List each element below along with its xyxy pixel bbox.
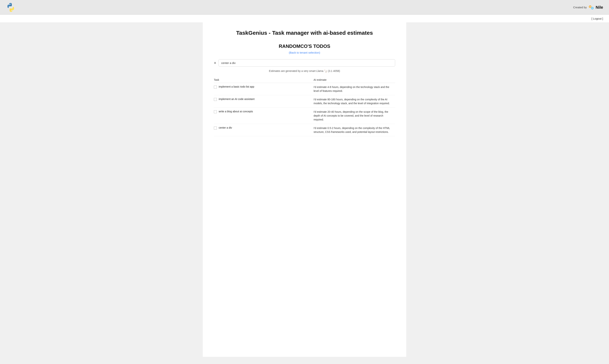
col-task-header: Task <box>214 77 314 83</box>
task-cell-1: implement an AI code assistant <box>214 95 314 108</box>
created-by-label: Created by <box>573 6 587 9</box>
table-row: implement an AI code assistant I'd estim… <box>214 95 395 108</box>
estimate-cell-3: I'd estimate 0.5-2 hours, depending on t… <box>314 124 395 136</box>
task-text-0: implement a basic todo list app <box>219 85 254 88</box>
estimate-text-2: I'd estimate 20-40 hours, depending on t… <box>314 110 388 121</box>
estimates-note: Estimates are generated by a very smart … <box>214 69 395 72</box>
task-checkbox-0[interactable] <box>214 86 217 89</box>
nile-header-icon <box>588 4 594 10</box>
task-checkbox-2[interactable] <box>214 110 217 113</box>
estimate-text-1: I'd estimate 80-160 hours, depending on … <box>314 98 390 105</box>
task-text-1: implement an AI code assistant <box>219 98 255 101</box>
python-logo-icon <box>6 3 15 12</box>
svg-point-3 <box>592 7 593 9</box>
logo-area <box>6 3 15 12</box>
main-content: TaskGenius - Task manager with ai-based … <box>203 22 406 357</box>
col-estimate-header: AI estimate <box>314 77 395 83</box>
table-row: center a div I'd estimate 0.5-2 hours, d… <box>214 124 395 136</box>
task-text-3: center a div <box>219 126 232 129</box>
task-cell-0: implement a basic todo list app <box>214 83 314 95</box>
add-task-input[interactable] <box>219 59 395 66</box>
todos-section: RANDOMCO'S TODOS (Back to tenant selecti… <box>214 43 395 136</box>
tasks-table: Task AI estimate implement a basic todo … <box>214 77 395 136</box>
logout-button[interactable]: [ Logout ] <box>591 17 603 20</box>
estimate-cell-1: I'd estimate 80-160 hours, depending on … <box>314 95 395 108</box>
estimate-text-3: I'd estimate 0.5-2 hours, depending on t… <box>314 127 390 133</box>
table-row: write a blog about ai concepts I'd estim… <box>214 108 395 124</box>
page-title: TaskGenius - Task manager with ai-based … <box>214 30 395 36</box>
header-right: Created by Nile <box>573 4 603 10</box>
task-cell-2: write a blog about ai concepts <box>214 108 314 124</box>
svg-point-2 <box>589 6 591 7</box>
logout-bar: [ Logout ] <box>0 15 609 22</box>
footer-cards: Getting started guide Nile Sign up to Ni… <box>0 357 609 364</box>
back-to-tenant-link[interactable]: (Back to tenant selection) <box>214 51 395 54</box>
todos-heading: RANDOMCO'S TODOS <box>214 43 395 49</box>
task-checkbox-1[interactable] <box>214 98 217 101</box>
header: Created by Nile <box>0 0 609 15</box>
table-row: implement a basic todo list app I'd esti… <box>214 83 395 95</box>
task-text-2: write a blog about ai concepts <box>219 110 253 113</box>
nile-brand-text: Nile <box>596 5 603 10</box>
estimate-cell-0: I'd estimate 4-8 hours, depending on the… <box>314 83 395 95</box>
estimate-text-0: I'd estimate 4-8 hours, depending on the… <box>314 86 389 92</box>
add-task-plus-icon[interactable]: + <box>214 61 216 65</box>
task-checkbox-3[interactable] <box>214 127 217 130</box>
add-task-row: + <box>214 59 395 66</box>
task-cell-3: center a div <box>214 124 314 136</box>
estimate-cell-2: I'd estimate 20-40 hours, depending on t… <box>314 108 395 124</box>
